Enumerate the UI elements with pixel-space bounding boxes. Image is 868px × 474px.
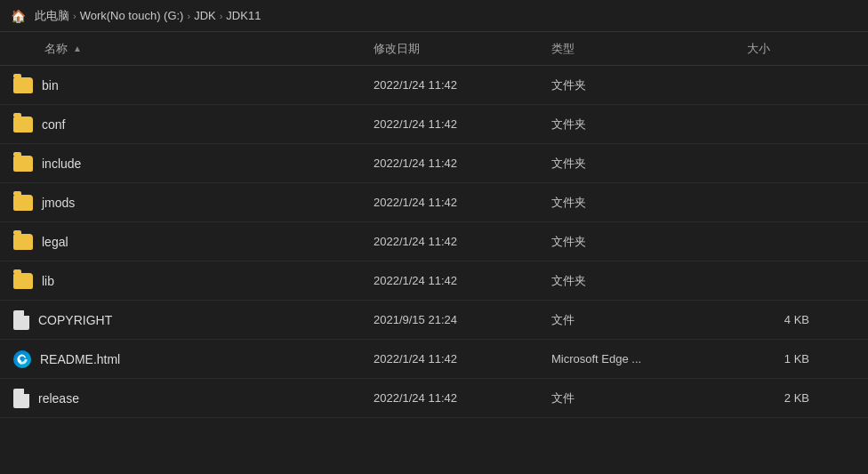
- file-date-cell: 2021/9/15 21:24: [365, 313, 542, 326]
- file-name-cell: jmods: [0, 195, 365, 211]
- folder-icon: [13, 273, 33, 289]
- sort-arrow-icon: ▲: [73, 44, 82, 53]
- file-name-cell: include: [0, 156, 365, 172]
- file-type-cell: 文件夹: [542, 195, 738, 211]
- breadcrumb: 此电脑 › Work(No touch) (G:) › JDK › JDK11: [35, 8, 261, 24]
- file-name-text: bin: [42, 78, 59, 92]
- file-name-text: jmods: [42, 196, 75, 210]
- file-date-cell: 2022/1/24 11:42: [365, 391, 542, 405]
- breadcrumb-sep-1: ›: [73, 11, 76, 21]
- file-size-cell: 4 KB: [738, 313, 827, 326]
- column-header: 名称 ▲ 修改日期 类型 大小: [0, 32, 868, 66]
- file-date-cell: 2022/1/24 11:42: [365, 117, 542, 131]
- col-date-header[interactable]: 修改日期: [365, 41, 542, 57]
- folder-icon: [13, 195, 33, 211]
- file-name-cell: lib: [0, 273, 365, 289]
- file-name-text: conf: [42, 117, 65, 132]
- table-row[interactable]: conf 2022/1/24 11:42 文件夹: [0, 105, 868, 144]
- file-type-cell: 文件夹: [542, 234, 738, 250]
- table-row[interactable]: release 2022/1/24 11:42 文件 2 KB: [0, 379, 868, 418]
- table-row[interactable]: COPYRIGHT 2021/9/15 21:24 文件 4 KB: [0, 301, 868, 340]
- table-row[interactable]: legal 2022/1/24 11:42 文件夹: [0, 222, 868, 261]
- file-list: bin 2022/1/24 11:42 文件夹 conf 2022/1/24 1…: [0, 66, 868, 474]
- file-name-cell: README.html: [0, 350, 365, 368]
- file-size-cell: 1 KB: [738, 352, 827, 366]
- breadcrumb-item-pc[interactable]: 此电脑: [35, 8, 69, 24]
- breadcrumb-sep-2: ›: [187, 11, 190, 21]
- table-row[interactable]: jmods 2022/1/24 11:42 文件夹: [0, 183, 868, 222]
- table-row[interactable]: bin 2022/1/24 11:42 文件夹: [0, 66, 868, 105]
- file-date-cell: 2022/1/24 11:42: [365, 352, 542, 366]
- file-type-cell: 文件夹: [542, 77, 738, 93]
- file-name-text: legal: [42, 235, 68, 249]
- file-type-cell: Microsoft Edge ...: [542, 352, 738, 366]
- col-name-header[interactable]: 名称 ▲: [0, 41, 365, 57]
- file-name-cell: legal: [0, 234, 365, 250]
- file-name-cell: release: [0, 389, 365, 408]
- file-name-cell: COPYRIGHT: [0, 310, 365, 330]
- file-name-text: include: [42, 157, 81, 171]
- folder-icon: [13, 234, 33, 250]
- col-name-label: 名称: [44, 41, 68, 57]
- breadcrumb-item-jdk[interactable]: JDK: [194, 9, 216, 22]
- file-date-cell: 2022/1/24 11:42: [365, 235, 542, 248]
- file-date-cell: 2022/1/24 11:42: [365, 78, 542, 92]
- folder-icon: [13, 156, 33, 172]
- file-name-text: COPYRIGHT: [38, 313, 112, 327]
- file-icon: [13, 389, 29, 408]
- folder-icon: [13, 116, 33, 133]
- file-name-text: lib: [42, 274, 54, 288]
- edge-icon: [13, 350, 31, 368]
- file-size-cell: 2 KB: [738, 391, 827, 405]
- file-name-text: README.html: [40, 352, 120, 366]
- col-type-header[interactable]: 类型: [542, 41, 738, 57]
- file-type-cell: 文件: [542, 390, 738, 406]
- file-date-cell: 2022/1/24 11:42: [365, 196, 542, 209]
- file-date-cell: 2022/1/24 11:42: [365, 157, 542, 170]
- breadcrumb-item-jdk11[interactable]: JDK11: [226, 9, 261, 22]
- table-row[interactable]: lib 2022/1/24 11:42 文件夹: [0, 261, 868, 301]
- file-type-cell: 文件夹: [542, 116, 738, 133]
- file-name-text: release: [38, 391, 79, 406]
- table-row[interactable]: include 2022/1/24 11:42 文件夹: [0, 144, 868, 183]
- file-name-cell: conf: [0, 116, 365, 133]
- home-icon[interactable]: 🏠: [11, 9, 26, 23]
- file-type-cell: 文件: [542, 312, 738, 328]
- file-name-cell: bin: [0, 77, 365, 93]
- title-bar: 🏠 此电脑 › Work(No touch) (G:) › JDK › JDK1…: [0, 0, 868, 32]
- file-explorer: 名称 ▲ 修改日期 类型 大小 bin 2022/1/24 11:42 文件夹 …: [0, 32, 868, 474]
- table-row[interactable]: README.html 2022/1/24 11:42 Microsoft Ed…: [0, 340, 868, 379]
- breadcrumb-sep-3: ›: [220, 11, 223, 21]
- col-size-header[interactable]: 大小: [738, 41, 827, 57]
- file-type-cell: 文件夹: [542, 273, 738, 289]
- folder-icon: [13, 77, 33, 93]
- file-type-cell: 文件夹: [542, 156, 738, 172]
- breadcrumb-item-drive[interactable]: Work(No touch) (G:): [80, 9, 184, 22]
- file-icon: [13, 310, 29, 330]
- file-date-cell: 2022/1/24 11:42: [365, 274, 542, 287]
